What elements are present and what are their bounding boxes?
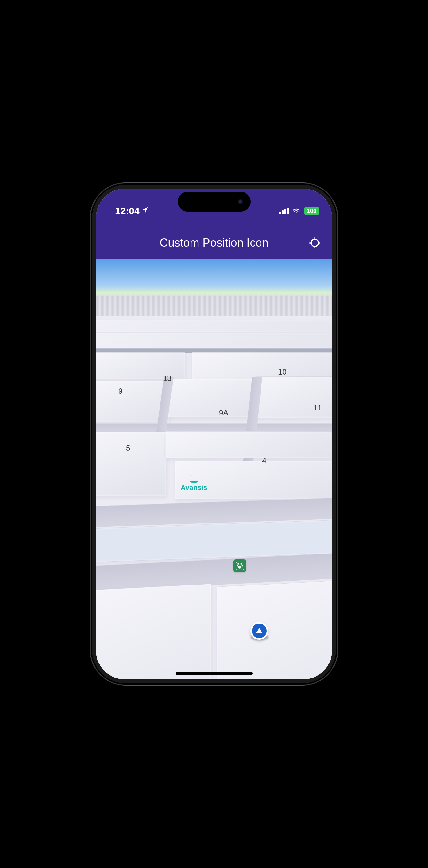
status-time: 12:04 [115,206,140,216]
status-right: 100 [279,206,319,216]
poi-paw-marker[interactable] [233,559,246,572]
app-header: Custom Position Icon [96,227,332,259]
building [165,431,332,458]
svg-point-0 [311,239,318,246]
dynamic-island [178,192,251,212]
computer-icon [189,474,198,482]
status-left: 12:04 [115,206,149,216]
svg-point-7 [237,565,238,566]
building-number: 9 [118,387,122,396]
building-row [96,333,332,348]
battery-indicator: 100 [304,207,319,215]
building-number: 4 [262,456,266,465]
building [217,579,332,679]
cellular-signal-icon [279,208,288,214]
page-title: Custom Position Icon [159,236,268,250]
iphone-frame: 12:04 100 Custom Position Icon [90,183,338,685]
poi-avansis[interactable]: Avansis [181,474,208,492]
svg-point-6 [240,563,242,565]
wifi-icon [292,206,301,216]
map-sky [96,259,332,297]
building-number: 5 [126,443,130,453]
building-number: 10 [278,368,287,376]
road [96,424,332,432]
heading-arrow-icon [250,622,268,640]
building [96,352,185,380]
building [96,432,166,496]
svg-point-8 [241,565,243,566]
building [192,352,332,380]
svg-point-5 [238,563,239,565]
recenter-button[interactable] [308,236,322,250]
user-position-marker[interactable] [250,622,268,640]
map-view[interactable]: 9 13 9A 10 11 5 4 Avansis [96,259,332,679]
map-ground: 9 13 9A 10 11 5 4 Avansis [96,316,332,679]
building-number: 9A [219,408,228,417]
screen: 12:04 100 Custom Position Icon [96,189,332,679]
building-number: 13 [163,374,172,383]
poi-label: Avansis [181,484,208,492]
svg-point-9 [238,566,242,568]
building-number: 11 [313,403,322,412]
building [168,379,257,417]
building [96,584,211,679]
location-services-icon [142,207,149,215]
building-row [96,319,332,332]
home-indicator[interactable] [176,672,252,675]
